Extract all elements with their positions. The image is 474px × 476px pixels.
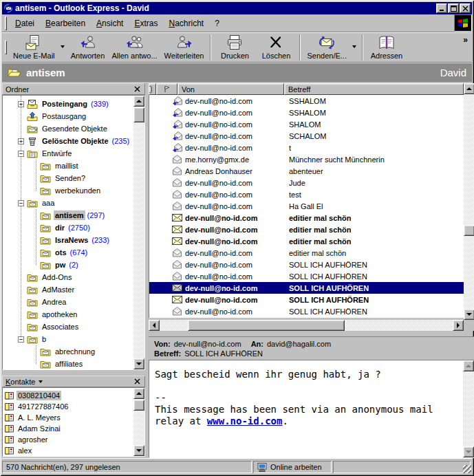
- message-row[interactable]: dev-null@no-id.comSOLL ICH AUFHÖREN: [149, 270, 464, 282]
- column-attachment[interactable]: [149, 83, 156, 95]
- contact-item-491727887406[interactable]: 491727887406: [3, 401, 144, 412]
- menu-extras[interactable]: Extras: [129, 17, 163, 30]
- scroll-down-button[interactable]: [133, 358, 144, 369]
- preview-scrollbar[interactable]: [463, 360, 474, 457]
- message-row[interactable]: dev-null@no-id.comSHALOM: [149, 118, 464, 130]
- message-row[interactable]: dev-null@no-id.comSOLL ICH AUFHÖREN: [149, 259, 464, 270]
- menu-bearbeiten[interactable]: Bearbeiten: [40, 17, 91, 30]
- message-row[interactable]: dev-null@no-id.comSCHALOM: [149, 130, 464, 142]
- message-row[interactable]: dev-null@no-id.comeditier mal schön: [149, 235, 464, 247]
- folder-tree-item-apotheken[interactable]: apotheken: [3, 308, 144, 321]
- message-row[interactable]: dev-null@no-id.comHa Gall El: [149, 200, 464, 212]
- folders-close-button[interactable]: [133, 85, 142, 94]
- contact-item-0308210404[interactable]: 0308210404: [3, 390, 144, 401]
- folder-tree-item-ots[interactable]: ots(674): [3, 246, 144, 259]
- scroll-up-button[interactable]: [464, 83, 474, 94]
- scroll-thumb[interactable]: [133, 400, 144, 411]
- outlook-express-icon[interactable]: [3, 3, 13, 13]
- message-row[interactable]: dev-null@no-id.comt: [149, 142, 464, 153]
- contacts-close-button[interactable]: [133, 377, 142, 386]
- folder-tree-item-abrechnung[interactable]: abrechnung: [3, 345, 144, 358]
- contact-item-alex[interactable]: alex: [3, 445, 144, 456]
- menu-datei[interactable]: Datei: [10, 17, 40, 30]
- tree-expander[interactable]: +: [18, 101, 24, 107]
- folder-tree-item-admaster[interactable]: AdMaster: [3, 283, 144, 296]
- message-row[interactable]: dev-null@no-id.comeditier mal schön: [149, 212, 464, 224]
- folder-tree-item-werbekunden[interactable]: werbekunden: [3, 184, 144, 197]
- message-row[interactable]: dev-null@no-id.comSSHALOM: [149, 95, 464, 107]
- toolbar-button-adressen[interactable]: Adressen: [366, 34, 407, 61]
- folder-tree-item-aaa[interactable]: −aaa: [3, 197, 144, 209]
- identity-name[interactable]: David: [440, 67, 466, 78]
- folder-tree-item-gesendete-objekte[interactable]: Gesendete Objekte: [3, 122, 144, 135]
- toolbar-dropdown-arrow[interactable]: [58, 34, 67, 61]
- contacts-scrollbar[interactable]: [133, 388, 144, 456]
- scroll-up-button[interactable]: [463, 360, 474, 371]
- menu-ansicht[interactable]: Ansicht: [91, 17, 129, 30]
- close-button[interactable]: [460, 3, 471, 13]
- column-flag[interactable]: [156, 83, 177, 95]
- menu-help[interactable]: ?: [209, 17, 225, 30]
- folder-tree-item-dir[interactable]: dir(2750): [3, 221, 144, 234]
- message-row[interactable]: dev-null@no-id.comSOLL ICH AUFHÖREN: [149, 305, 464, 317]
- scroll-thumb[interactable]: [464, 225, 474, 236]
- resize-grip[interactable]: [463, 465, 471, 473]
- folder-tree-item-b[interactable]: −b: [3, 333, 144, 345]
- message-row[interactable]: dev-null@no-id.comSOLL ICH AUFHÖREN: [149, 294, 464, 305]
- scroll-up-button[interactable]: [133, 388, 144, 399]
- tree-expander[interactable]: −: [18, 151, 24, 157]
- minimize-button[interactable]: [436, 3, 447, 13]
- folder-tree-item-postausgang[interactable]: Postausgang: [3, 110, 144, 122]
- tree-expander[interactable]: +: [18, 138, 24, 144]
- message-row[interactable]: me.horny@gmx.deMünchner sucht Münchnerin: [149, 153, 464, 165]
- folder-tree-item-posteingang[interactable]: +Posteingang(339): [3, 98, 144, 110]
- folder-tree-item-affiliates[interactable]: affiliates: [3, 358, 144, 370]
- tree-expander[interactable]: −: [18, 200, 24, 206]
- toolbar-dropdown-arrow[interactable]: [350, 34, 359, 61]
- folder-tree-item-pw[interactable]: pw(2): [3, 259, 144, 271]
- message-list-vscrollbar[interactable]: [464, 83, 474, 320]
- message-row[interactable]: dev-null@no-id.comJude: [149, 177, 464, 188]
- folder-tree-item-associates[interactable]: Associates: [3, 321, 144, 333]
- toolbar-overflow-chevron[interactable]: »: [463, 35, 468, 45]
- maximize-button[interactable]: [448, 3, 459, 13]
- menu-grip[interactable]: [5, 17, 7, 30]
- titlebar[interactable]: antisem - Outlook Express - David: [2, 2, 472, 14]
- scroll-up-button[interactable]: [133, 96, 144, 107]
- toolbar-button-senden-e[interactable]: Senden/E...: [303, 34, 350, 61]
- folder-tree-item-isranews[interactable]: IsraNews(233): [3, 234, 144, 246]
- menu-nachricht[interactable]: Nachricht: [164, 17, 210, 30]
- toolbar-button-l-schen[interactable]: Löschen: [255, 34, 297, 61]
- column-from[interactable]: Von: [177, 83, 284, 95]
- scroll-down-button[interactable]: [463, 446, 474, 457]
- message-list-hscrollbar[interactable]: [149, 320, 464, 331]
- folder-tree-item-add-ons[interactable]: Add-Ons: [3, 271, 144, 283]
- scroll-down-button[interactable]: [464, 309, 474, 320]
- contact-item-a-l-meyers[interactable]: A. L. Meyers: [3, 412, 144, 423]
- toolbar-button-drucken[interactable]: Drucken: [214, 34, 255, 61]
- tree-expander[interactable]: −: [18, 336, 24, 343]
- scroll-right-button[interactable]: [453, 320, 464, 331]
- scroll-down-button[interactable]: [133, 445, 144, 456]
- message-row[interactable]: Andreas Donhauserabenteuer: [149, 165, 464, 177]
- folder-tree-item-entw-rfe[interactable]: −Entwürfe: [3, 147, 144, 160]
- toolbar-button-antworten[interactable]: Antworten: [67, 34, 109, 61]
- folder-tree-item-andrea[interactable]: Andrea: [3, 296, 144, 308]
- scroll-thumb[interactable]: [188, 320, 345, 331]
- toolbar-button-weiterleiten[interactable]: Weiterleiten: [161, 34, 208, 61]
- column-subject[interactable]: Betreff: [284, 83, 464, 95]
- folder-tree-item-gel-schte-objekte[interactable]: +Gelöschte Objekte(235): [3, 135, 144, 147]
- folder-tree-item-senden[interactable]: Senden?: [3, 172, 144, 184]
- scroll-left-button[interactable]: [149, 320, 160, 331]
- message-row[interactable]: dev-null@no-id.comtest: [149, 188, 464, 200]
- contact-item-agrosher[interactable]: agrosher: [3, 434, 144, 445]
- message-row[interactable]: dev-null@no-id.comeditier mal schön: [149, 224, 464, 235]
- contact-item-adam-szinai[interactable]: Adam Szinai: [3, 423, 144, 434]
- toolbar-button-neue-e-mail[interactable]: Neue E-Mail: [10, 34, 58, 61]
- message-row[interactable]: dev-null@no-id.comSOLL ICH AUFHÖREN: [149, 282, 464, 294]
- body-link[interactable]: www.no-id.com: [207, 415, 283, 426]
- scroll-thumb[interactable]: [133, 107, 144, 122]
- folder-tree-scrollbar[interactable]: [133, 96, 144, 369]
- folder-tree-item-maillist[interactable]: maillist: [3, 160, 144, 172]
- contacts-panel-header[interactable]: Kontakte: [2, 376, 145, 387]
